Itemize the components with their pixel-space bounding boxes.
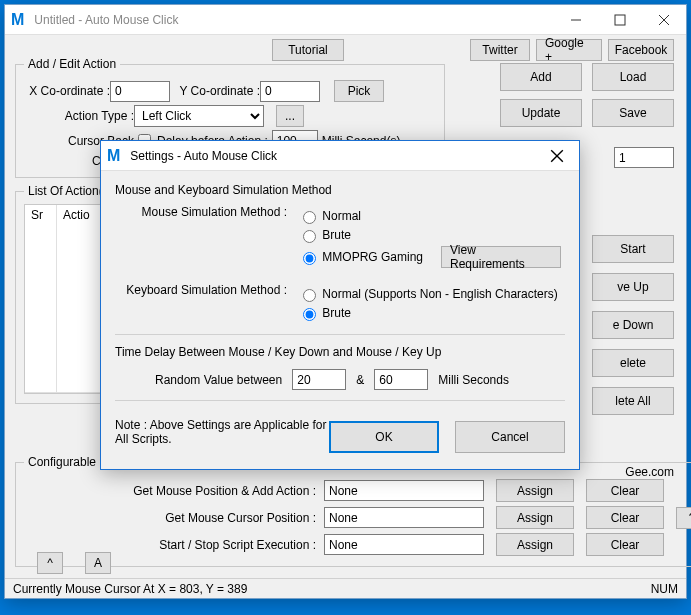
kbd-brute-label: Brute bbox=[322, 306, 351, 320]
add-edit-legend: Add / Edit Action bbox=[24, 57, 120, 71]
cfg3-clear-button[interactable]: Clear bbox=[586, 533, 664, 556]
close-icon[interactable] bbox=[642, 5, 686, 35]
mouse-mmo-label: MMOPRG Gaming bbox=[322, 250, 423, 264]
cfg3-label: Start / Stop Script Execution : bbox=[24, 538, 324, 552]
moveup-button[interactable]: ve Up bbox=[592, 273, 674, 301]
delete-button[interactable]: elete bbox=[592, 349, 674, 377]
rand-amp: & bbox=[356, 373, 364, 387]
mouse-normal-radio[interactable] bbox=[303, 211, 316, 224]
action-type-more-button[interactable]: ... bbox=[276, 105, 304, 127]
status-cursor-pos: Currently Mouse Cursor At X = 803, Y = 3… bbox=[13, 582, 247, 596]
kbd-brute-radio[interactable] bbox=[303, 308, 316, 321]
svg-rect-1 bbox=[615, 15, 625, 25]
mouse-mmo-radio[interactable] bbox=[303, 252, 316, 265]
yco-label: Y Co-ordinate : bbox=[170, 84, 260, 98]
rand-max-input[interactable] bbox=[374, 369, 428, 390]
mouse-brute-radio[interactable] bbox=[303, 230, 316, 243]
rand-label: Random Value between bbox=[155, 373, 282, 387]
settings-logo-icon: M bbox=[101, 147, 126, 165]
twitter-button[interactable]: Twitter bbox=[470, 39, 530, 61]
cfg2-clear-button[interactable]: Clear bbox=[586, 506, 664, 529]
status-bar: Currently Mouse Cursor At X = 803, Y = 3… bbox=[5, 578, 686, 598]
settings-note: Note : Above Settings are Applicable for… bbox=[115, 418, 329, 446]
app-logo-icon: M bbox=[5, 11, 30, 29]
action-type-label: Action Type : bbox=[24, 109, 134, 123]
pick-button[interactable]: Pick bbox=[334, 80, 384, 102]
movedown-button[interactable]: e Down bbox=[592, 311, 674, 339]
view-requirements-button[interactable]: View Requirements bbox=[441, 246, 561, 268]
xco-label: X Co-ordinate : bbox=[24, 84, 110, 98]
cfg2-input[interactable] bbox=[324, 507, 484, 528]
cfg3-input[interactable] bbox=[324, 534, 484, 555]
help-button[interactable]: ? bbox=[676, 507, 691, 529]
cfg1-label: Get Mouse Position & Add Action : bbox=[24, 484, 324, 498]
ok-button[interactable]: OK bbox=[329, 421, 439, 453]
action-type-select[interactable]: Left Click bbox=[134, 105, 264, 127]
add-button[interactable]: Add bbox=[500, 63, 582, 91]
rand-min-input[interactable] bbox=[292, 369, 346, 390]
list-legend: List Of Action( bbox=[24, 184, 107, 198]
delay-heading: Time Delay Between Mouse / Key Down and … bbox=[115, 345, 565, 359]
yco-input[interactable] bbox=[260, 81, 320, 102]
mouse-sim-label: Mouse Simulation Method : bbox=[115, 205, 295, 219]
cfg1-assign-button[interactable]: Assign bbox=[496, 479, 574, 502]
settings-titlebar: M Settings - Auto Mouse Click bbox=[101, 141, 579, 171]
xco-input[interactable] bbox=[110, 81, 170, 102]
update-button[interactable]: Update bbox=[500, 99, 582, 127]
main-titlebar: M Untitled - Auto Mouse Click bbox=[5, 5, 686, 35]
cfg1-input[interactable] bbox=[324, 480, 484, 501]
settings-dialog: M Settings - Auto Mouse Click Mouse and … bbox=[100, 140, 580, 470]
kbd-normal-label: Normal (Supports Non - English Character… bbox=[322, 287, 557, 301]
kbd-sim-label: Keyboard Simulation Method : bbox=[115, 283, 295, 297]
cancel-button[interactable]: Cancel bbox=[455, 421, 565, 453]
minimize-icon[interactable] bbox=[554, 5, 598, 35]
googleplus-button[interactable]: Google + bbox=[536, 39, 602, 61]
mouse-brute-label: Brute bbox=[322, 228, 351, 242]
list-header-sr: Sr bbox=[25, 205, 57, 393]
start-button[interactable]: Start bbox=[592, 235, 674, 263]
deleteall-button[interactable]: lete All bbox=[592, 387, 674, 415]
repeat-input[interactable] bbox=[614, 147, 674, 168]
settings-title: Settings - Auto Mouse Click bbox=[126, 149, 535, 163]
cfg-fieldset: Configurable G Get Mouse Position & Add … bbox=[15, 455, 691, 567]
cfg3-assign-button[interactable]: Assign bbox=[496, 533, 574, 556]
window-title: Untitled - Auto Mouse Click bbox=[30, 13, 554, 27]
cfg2-assign-button[interactable]: Assign bbox=[496, 506, 574, 529]
cfg2-label: Get Mouse Cursor Position : bbox=[24, 511, 324, 525]
tutorial-button[interactable]: Tutorial bbox=[272, 39, 344, 61]
facebook-button[interactable]: Facebook bbox=[608, 39, 674, 61]
a-button[interactable]: A bbox=[85, 552, 111, 574]
maximize-icon[interactable] bbox=[598, 5, 642, 35]
caret-button[interactable]: ^ bbox=[37, 552, 63, 574]
cfg1-clear-button[interactable]: Clear bbox=[586, 479, 664, 502]
settings-close-icon[interactable] bbox=[535, 141, 579, 171]
save-button[interactable]: Save bbox=[592, 99, 674, 127]
load-button[interactable]: Load bbox=[592, 63, 674, 91]
kbd-normal-radio[interactable] bbox=[303, 289, 316, 302]
status-num: NUM bbox=[651, 582, 678, 596]
sim-method-heading: Mouse and Keyboard Simulation Method bbox=[115, 183, 565, 197]
mouse-normal-label: Normal bbox=[322, 209, 361, 223]
rand-unit: Milli Seconds bbox=[438, 373, 509, 387]
